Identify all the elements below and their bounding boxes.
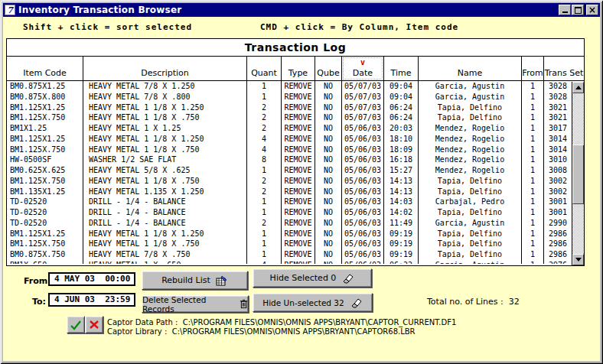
table-cell: HW-0500SF (7, 154, 83, 165)
maximize-button[interactable] (572, 5, 584, 15)
column-header-label: Description (141, 68, 189, 78)
hint-cmd-click: CMD + click = By Column, Item code (260, 22, 458, 32)
column-header-trans-set[interactable]: Trans Set (544, 57, 584, 80)
transaction-table-body: BM0.875X1.25HEAVY METAL 7/8 X 1.2501REMO… (7, 81, 584, 264)
table-cell: 05/07/03 (342, 112, 384, 123)
column-header-from[interactable]: From (522, 57, 544, 80)
table-cell: BM1.135X1.25 (7, 187, 83, 197)
table-cell: BM1.125X1.25 (7, 229, 83, 239)
rebuild-list-icon (216, 275, 228, 286)
omnis7-app-icon: 7 (5, 5, 15, 15)
table-cell: Mendez, Rogelio (419, 165, 522, 176)
column-header-label: From (522, 68, 543, 78)
table-cell: NO (315, 239, 342, 249)
table-cell: Garcia, Agustin (419, 81, 522, 92)
to-date-input[interactable]: 4 JUN 03 23:59 (48, 293, 135, 307)
table-cell: DRILL - 1/4 - BALANCE (83, 207, 247, 218)
column-header-description[interactable]: Description (83, 57, 247, 80)
confirm-button[interactable] (67, 316, 85, 333)
table-row[interactable]: TD-02520DRILL - 1/4 - BALANCE1REMOVENO05… (7, 197, 584, 207)
column-header-time[interactable]: Time (384, 57, 419, 80)
table-row[interactable]: BM1.125X1.25HEAVY METAL 1 1/8 X 1.2504RE… (7, 134, 584, 145)
table-cell: 1 (522, 229, 544, 239)
vertical-scrollbar[interactable] (572, 82, 584, 265)
table-row[interactable]: BM1X1.25HEAVY METAL 1 X 1.252REMOVENO05/… (7, 123, 584, 134)
column-header-label: Quant (251, 68, 277, 78)
table-cell: 09:19 (384, 229, 419, 239)
table-cell: 1 (522, 145, 544, 155)
table-row[interactable]: BM0.875X1.25HEAVY METAL 7/8 X 1.2501REMO… (7, 81, 584, 92)
eraser-icon (350, 297, 363, 308)
column-header-date[interactable]: vDate (342, 57, 384, 80)
scroll-up-button[interactable] (572, 82, 584, 93)
rebuild-list-button[interactable]: Rebuild List (142, 271, 248, 290)
table-cell: 1 (522, 134, 544, 145)
column-header-item-code[interactable]: Item Code (7, 57, 83, 80)
table-row[interactable]: BM1.125X.750HEAVY METAL 1 1/8 X .7504REM… (7, 145, 584, 155)
table-cell: 18:10 (384, 134, 419, 145)
table-row[interactable]: TD-02520DRILL - 1/4 - BALANCE1REMOVENO05… (7, 207, 584, 218)
total-lines-label: Total no. of Lines : (427, 297, 504, 307)
table-cell: 05/06/03 (342, 218, 384, 229)
delete-selected-records-button[interactable]: Delete Selected Records (142, 295, 249, 313)
table-row[interactable]: BM1.125X.750HEAVY METAL 1 1/8 X .7502REM… (7, 112, 584, 123)
title-bar[interactable]: 7 Inventory Transaction Browser (3, 3, 600, 17)
table-cell: Mendez, Rogelio (419, 123, 522, 134)
column-header-type[interactable]: Type (282, 57, 315, 80)
close-icon (587, 5, 598, 15)
from-date-input[interactable]: 4 MAY 03 00:00 (48, 272, 135, 286)
column-header-name[interactable]: Name (419, 57, 522, 80)
table-cell: REMOVE (282, 176, 315, 187)
table-cell: REMOVE (282, 229, 315, 239)
table-row[interactable]: BM1.135X1.25HEAVY METAL 1.135 X 1.2502RE… (7, 187, 584, 197)
scroll-down-button[interactable] (572, 254, 584, 265)
table-cell: 05/06/03 (342, 207, 384, 218)
table-row[interactable]: BM0.875X.800HEAVY METAL 7/8 X .8001REMOV… (7, 92, 584, 102)
table-cell: HEAVY METAL 1 1/8 X 1.250 (83, 134, 247, 145)
table-cell: 1 (522, 165, 544, 176)
cancel-button[interactable] (85, 316, 103, 333)
table-cell: 4 (247, 145, 282, 155)
hide-unselected-button[interactable]: Hide Un-selected 32 (253, 293, 373, 312)
table-cell: 05/06/03 (342, 123, 384, 134)
scrollbar-thumb[interactable] (572, 145, 584, 204)
table-cell: 1 (522, 81, 544, 92)
table-cell: NO (315, 249, 342, 260)
table-cell: 1 (247, 229, 282, 239)
table-cell: 05/06/03 (342, 134, 384, 145)
column-header-quant[interactable]: Quant (247, 57, 282, 80)
table-cell: 05/06/03 (342, 154, 384, 165)
hide-selected-button[interactable]: Hide Selected 0 (253, 268, 372, 288)
hide-unselected-label: Hide Un-selected 32 (262, 298, 344, 307)
table-row[interactable]: BM1.125X1.25HEAVY METAL 1 1/8 X 1.2501RE… (7, 229, 584, 239)
table-cell: 05/06/03 (342, 239, 384, 249)
table-cell: 8 (247, 154, 282, 165)
table-row[interactable]: BM0.875X.750HEAVY METAL 7/8 X .7501REMOV… (7, 249, 584, 260)
table-cell: 05/07/03 (342, 81, 384, 92)
column-header-qube[interactable]: Qube (315, 57, 342, 80)
table-cell: NO (315, 229, 342, 239)
total-lines-value: 32 (509, 297, 520, 307)
table-row[interactable]: BM1.125X.750HEAVY METAL 1 1/8 X .7502REM… (7, 176, 584, 187)
table-cell: Tapia, Delfino (419, 249, 522, 260)
table-row[interactable]: BM0.625X.625HEAVY METAL 5/8 X .6251REMOV… (7, 165, 584, 176)
table-row[interactable]: BM1.125X.750HEAVY METAL 1 1/8 X .7501REM… (7, 239, 584, 249)
table-cell: NO (315, 176, 342, 187)
table-cell: Mendez, Rogelio (419, 145, 522, 155)
table-row[interactable]: HW-0500SFWASHER 1/2 SAE FLAT8REMOVENO05/… (7, 154, 584, 165)
table-cell: BM0.625X.625 (7, 165, 83, 176)
table-cell: REMOVE (282, 134, 315, 145)
table-cell: Tapia, Delfino (419, 229, 522, 239)
table-cell: 1 (522, 187, 544, 197)
table-cell: 1 (522, 92, 544, 102)
table-cell: Garcia, Agustin (419, 92, 522, 102)
table-cell: NO (315, 165, 342, 176)
table-row[interactable]: BM1X.650HEAVY METAL 1 X .6504REMOVENO05/… (7, 260, 584, 264)
table-row[interactable]: BM1.125X1.25HEAVY METAL 1 1/8 X 1.2502RE… (7, 102, 584, 113)
minimize-button[interactable] (559, 5, 571, 15)
table-row[interactable]: TD-02520DRILL - 1/4 - BALANCE2REMOVENO05… (7, 218, 584, 229)
close-button[interactable] (586, 5, 598, 15)
table-cell: 14:13 (384, 176, 419, 187)
delete-selected-records-label: Delete Selected Records (142, 295, 234, 314)
table-cell: Tapia, Delfino (419, 187, 522, 197)
